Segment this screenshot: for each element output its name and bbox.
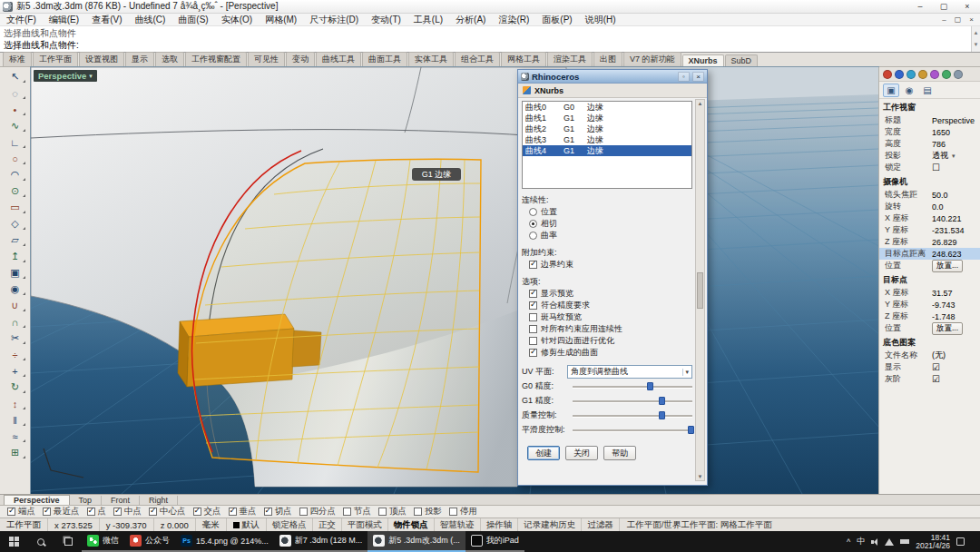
tool-button[interactable]: ◉ [4, 281, 27, 297]
menu-item[interactable]: 渲染(R) [492, 14, 535, 26]
action-center-icon[interactable] [956, 537, 965, 546]
dialog-option[interactable]: 显示预览 [522, 288, 692, 300]
osnap-option[interactable]: 垂点 [229, 506, 257, 518]
ime-indicator[interactable]: 中 [857, 536, 865, 547]
menu-item[interactable]: 工具(L) [407, 14, 449, 26]
toolbar-tab[interactable]: 渲染工具 [547, 52, 593, 66]
property-value[interactable]: 放置... [932, 322, 963, 335]
command-prompt-line[interactable]: 选择曲线和点物件: [4, 39, 976, 51]
property-row[interactable]: 投影 透视 [879, 150, 980, 162]
constraint-option[interactable]: 边界约束 [522, 259, 692, 271]
tool-button[interactable]: ↖ [4, 69, 27, 84]
clock[interactable]: 18:41 2021/4/26 [916, 534, 950, 550]
property-value[interactable]: ☐ [932, 163, 978, 172]
xnurbs-tab[interactable]: XNurbs [534, 86, 564, 95]
menu-item[interactable]: 实体(O) [215, 14, 259, 26]
cplane-button[interactable]: 工作平面 [0, 518, 48, 531]
child-restore-button[interactable]: ▢ [951, 15, 965, 24]
tool-button[interactable]: ○ [4, 151, 27, 166]
property-value[interactable]: 透视 [932, 150, 978, 162]
curve-list-item[interactable]: 曲线3 G1 边缘 [523, 134, 691, 145]
status-toggle[interactable]: 操作轴 [481, 518, 519, 531]
osnap-option[interactable]: 切点 [264, 506, 292, 518]
osnap-option[interactable]: 点 [87, 506, 107, 518]
property-row[interactable]: Z 座标 26.829 [879, 236, 980, 248]
tool-button[interactable]: • [4, 102, 27, 117]
property-value[interactable]: 786 [932, 140, 978, 149]
checkbox[interactable] [7, 508, 15, 516]
tool-button[interactable]: ∿ [4, 118, 27, 133]
checkbox[interactable] [529, 301, 537, 310]
status-toggle[interactable]: 平面模式 [342, 518, 388, 531]
checkbox[interactable] [193, 508, 201, 516]
tool-button[interactable]: ÷ [4, 347, 27, 362]
tool-button[interactable]: ∟ [4, 134, 27, 150]
units-indicator[interactable]: 毫米 [196, 518, 227, 531]
viewport-tab[interactable]: Top [70, 496, 103, 505]
dialog-button[interactable]: 关闭 [565, 446, 598, 460]
tool-button[interactable]: ∪ [4, 298, 27, 313]
slider-track[interactable] [573, 425, 692, 435]
viewport-tab[interactable]: Front [102, 496, 140, 505]
child-close-button[interactable]: × [965, 15, 978, 24]
radio-button[interactable] [529, 208, 537, 216]
tool-button[interactable]: ‖ [4, 412, 27, 428]
property-row[interactable]: 目标点距离 248.623 [879, 248, 980, 260]
property-row[interactable]: 位置 放置... [879, 322, 980, 334]
menu-item[interactable]: 尺寸标注(D) [303, 14, 365, 26]
maximize-button[interactable]: ▢ [934, 1, 954, 13]
menu-item[interactable]: 文件(F) [0, 14, 43, 26]
checkbox[interactable] [113, 508, 122, 516]
toolbar-tab[interactable]: 可见性 [248, 52, 285, 66]
status-toggle[interactable]: 过滤器 [582, 518, 620, 531]
layer-indicator[interactable]: 默认 [227, 518, 267, 531]
close-button[interactable]: × [957, 1, 977, 13]
slider-track[interactable] [573, 381, 692, 391]
curve-list-item[interactable]: 曲线2 G1 边缘 [523, 123, 691, 134]
dialog-option[interactable]: 斑马纹预览 [522, 311, 692, 323]
toolbar-tab[interactable]: 网格工具 [501, 52, 546, 66]
continuity-option[interactable]: 位置 [522, 206, 692, 218]
property-row[interactable]: 位置 放置... [879, 260, 980, 271]
property-row[interactable]: 显示 ☑ [879, 361, 980, 373]
toolbar-tab[interactable]: 工作视窗配置 [185, 52, 247, 66]
slider-handle[interactable] [688, 426, 694, 434]
property-row[interactable]: 锁定 ☐ [879, 162, 980, 173]
panel-tab-icon[interactable] [954, 70, 963, 79]
property-row[interactable]: Y 座标 -231.534 [879, 224, 980, 236]
volume-icon[interactable] [871, 538, 878, 546]
tray-expand-icon[interactable]: ^ [847, 537, 850, 547]
start-button[interactable] [0, 531, 27, 552]
checkbox[interactable] [529, 325, 537, 333]
checkbox[interactable] [529, 349, 537, 357]
tool-button[interactable]: ⊞ [4, 445, 27, 460]
command-area[interactable]: 选择曲线和点物件 选择曲线和点物件: ▲ ▼ [0, 26, 980, 53]
property-value[interactable]: 放置... [932, 260, 963, 272]
toolbar-tab[interactable]: 选取 [155, 52, 184, 66]
slider-track[interactable] [573, 396, 692, 406]
viewport-canvas[interactable]: Perspective ▾ [31, 67, 878, 494]
battery-icon[interactable] [900, 539, 909, 544]
panel-tab-icon[interactable] [883, 70, 892, 79]
checkbox[interactable] [529, 261, 537, 269]
property-value[interactable]: Perspective [932, 116, 978, 125]
taskbar-app[interactable]: 新5 .3dm改.3dm (... [368, 531, 466, 552]
scroll-up-icon[interactable]: ▲ [698, 101, 703, 106]
slider-handle[interactable] [647, 382, 653, 390]
tool-button[interactable]: ◠ [4, 167, 27, 182]
dialog-option[interactable]: 修剪生成的曲面 [522, 347, 692, 359]
checkbox[interactable] [87, 508, 95, 516]
osnap-option[interactable]: 节点 [343, 506, 371, 518]
property-row[interactable]: 旋转 0.0 [879, 201, 980, 212]
menu-item[interactable]: 网格(M) [259, 14, 303, 26]
panel-tab-icon[interactable] [942, 70, 951, 79]
tool-button[interactable]: ◇ [4, 216, 27, 232]
property-value[interactable]: 31.57 [932, 289, 978, 298]
property-row[interactable]: 高度 786 [879, 138, 980, 150]
child-minimize-button[interactable]: – [937, 15, 951, 24]
toolbar-tab[interactable]: 设置视图 [79, 52, 124, 66]
dialog-close-icon[interactable]: × [692, 72, 704, 82]
osnap-option[interactable]: 顶点 [378, 506, 407, 518]
checkbox[interactable] [43, 508, 51, 516]
command-scrollbar[interactable]: ▲ ▼ [971, 26, 980, 52]
